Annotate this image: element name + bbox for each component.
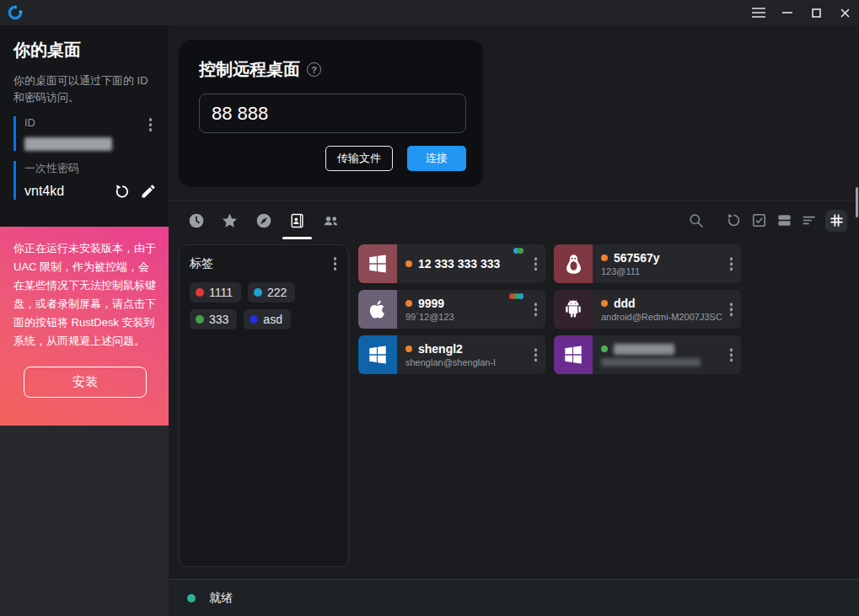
peer-card[interactable]: shengl2 shenglan@shenglan-l: [358, 335, 545, 374]
clock-icon: [188, 212, 205, 229]
tab-address-book[interactable]: [288, 208, 306, 233]
grid-view-icon[interactable]: [825, 210, 847, 232]
tab-group[interactable]: [322, 208, 340, 233]
peer-username: 99`12@123: [405, 312, 545, 322]
connect-panel-title: 控制远程桌面: [199, 58, 300, 81]
peer-name-redacted: [614, 344, 674, 355]
tag-color-dot: [196, 288, 204, 297]
tab-favorites[interactable]: [221, 208, 239, 233]
tag-color-dot: [196, 315, 204, 324]
id-label: ID: [24, 116, 157, 129]
peer-menu-icon[interactable]: [728, 255, 735, 272]
tag-color-dot: [250, 315, 258, 324]
peer-menu-icon[interactable]: [533, 255, 540, 272]
apple-icon: [367, 298, 389, 320]
tag-list: 1111 222 333 asd: [190, 282, 338, 329]
cards-view-icon[interactable]: [775, 212, 793, 230]
tag-1111[interactable]: 1111: [190, 282, 241, 303]
status-bar: 就绪: [169, 579, 859, 616]
sort-icon[interactable]: [800, 212, 819, 230]
scrollbar-thumb[interactable]: [856, 187, 858, 217]
peer-name: shengl2: [418, 342, 463, 356]
main-area: 控制远程桌面 ? 传输文件 连接: [169, 25, 859, 616]
maximize-button[interactable]: [802, 0, 830, 25]
android-icon: [562, 298, 584, 320]
titlebar: [0, 0, 859, 25]
peer-status-dot: [601, 345, 608, 352]
rustdesk-window: 你的桌面 你的桌面可以通过下面的 ID 和密码访问。 ID 一次性密码 vnt4…: [0, 0, 859, 616]
tag-asd[interactable]: asd: [244, 309, 291, 329]
minimize-button[interactable]: [773, 0, 802, 25]
connection-status-text: 就绪: [209, 591, 233, 606]
peer-tag-dots: [511, 293, 523, 299]
one-time-password-value: vnt4kd: [24, 184, 105, 199]
peer-card[interactable]: ddd android@Redmi-M2007J3SC: [554, 290, 741, 329]
peer-status-dot: [405, 345, 412, 352]
peer-menu-icon[interactable]: [533, 301, 540, 318]
peer-toolbar: [169, 200, 859, 240]
edit-password-icon[interactable]: [140, 183, 157, 200]
select-checkbox-icon[interactable]: [749, 212, 768, 230]
peer-tools: [687, 210, 847, 232]
search-icon[interactable]: [687, 212, 706, 230]
peer-card[interactable]: [554, 335, 741, 374]
sidebar: 你的桌面 你的桌面可以通过下面的 ID 和密码访问。 ID 一次性密码 vnt4…: [0, 25, 169, 616]
peer-name: ddd: [614, 297, 636, 310]
tag-color-dot: [254, 288, 262, 297]
transfer-file-button[interactable]: 传输文件: [325, 146, 393, 171]
peer-username: 123@111: [601, 266, 741, 276]
app-logo-icon: [7, 4, 24, 21]
peer-status-dot: [405, 300, 412, 307]
remote-id-input[interactable]: [199, 94, 466, 133]
connection-status-dot: [187, 594, 196, 603]
peer-tabs: [187, 208, 340, 233]
tags-menu-icon[interactable]: [332, 255, 339, 272]
peer-menu-icon[interactable]: [533, 346, 540, 363]
peer-name: 9999: [418, 297, 444, 310]
one-time-password-label: 一次性密码: [24, 161, 157, 176]
connect-button[interactable]: 连接: [407, 146, 466, 171]
windows-icon: [367, 344, 389, 366]
peer-grid: 12 333 333 333 567567y: [358, 244, 741, 374]
peer-status-dot: [601, 300, 608, 307]
address-book-icon: [289, 212, 305, 229]
peer-card[interactable]: 9999 99`12@123: [358, 290, 545, 329]
id-menu-icon[interactable]: [148, 116, 154, 133]
peer-tag-dots: [515, 248, 523, 254]
my-desktop-title: 你的桌面: [13, 39, 157, 62]
peer-username-redacted: [601, 358, 701, 367]
id-block: ID: [13, 116, 157, 151]
my-desktop-description: 你的桌面可以通过下面的 ID 和密码访问。: [13, 72, 157, 106]
tags-panel: 标签 1111 222 333 asd: [179, 244, 349, 567]
windows-icon: [367, 253, 389, 275]
peer-username: android@Redmi-M2007J3SC: [601, 312, 741, 322]
tag-333[interactable]: 333: [190, 309, 237, 329]
peer-username: shenglan@shenglan-l: [405, 357, 545, 367]
linux-icon: [562, 253, 585, 276]
connect-panel: 控制远程桌面 ? 传输文件 连接: [179, 40, 483, 187]
tab-discovered[interactable]: [255, 208, 272, 233]
menu-icon[interactable]: [744, 0, 773, 25]
peer-menu-icon[interactable]: [728, 346, 735, 363]
help-icon[interactable]: ?: [307, 62, 321, 77]
install-button[interactable]: 安装: [24, 367, 147, 398]
refresh-icon[interactable]: [724, 212, 743, 230]
group-icon: [322, 212, 340, 229]
tags-header: 标签: [190, 256, 213, 271]
peer-menu-icon[interactable]: [728, 301, 735, 318]
tab-recent-sessions[interactable]: [187, 208, 205, 233]
peer-card[interactable]: 12 333 333 333: [358, 244, 545, 283]
tag-222[interactable]: 222: [248, 282, 295, 303]
password-block: 一次性密码 vnt4kd: [13, 161, 157, 200]
windows-icon: [562, 344, 584, 366]
install-notice-text: 你正在运行未安装版本，由于 UAC 限制，作为被控端，会在某些情况下无法控制鼠标…: [13, 239, 157, 351]
close-button[interactable]: [830, 0, 859, 25]
sidebar-filler: [0, 426, 169, 616]
id-value-redacted: [24, 137, 112, 151]
my-desktop-section: 你的桌面 你的桌面可以通过下面的 ID 和密码访问。 ID 一次性密码 vnt4…: [0, 25, 169, 227]
refresh-password-icon[interactable]: [114, 183, 131, 200]
peer-status-dot: [601, 254, 608, 261]
peer-card[interactable]: 567567y 123@111: [554, 244, 741, 283]
peer-name: 12 333 333 333: [418, 257, 500, 271]
peer-name: 567567y: [614, 251, 660, 265]
